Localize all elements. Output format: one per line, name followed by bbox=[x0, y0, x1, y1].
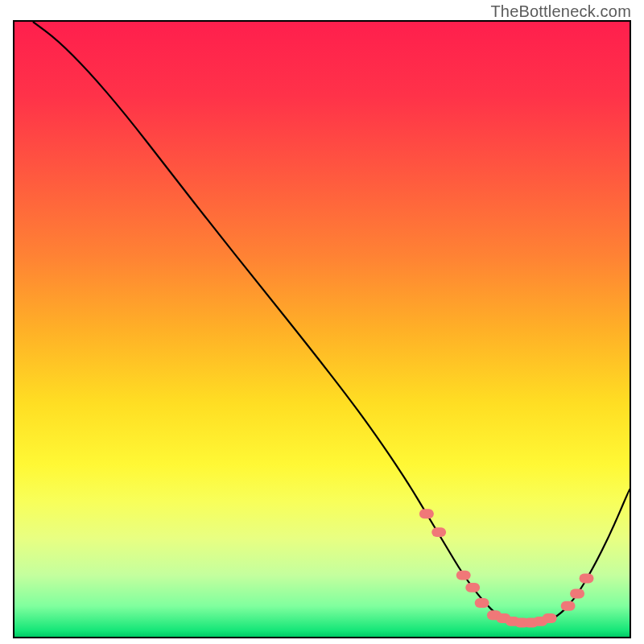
watermark-text: TheBottleneck.com bbox=[490, 2, 631, 21]
svg-rect-0 bbox=[14, 22, 630, 637]
gradient-background bbox=[14, 22, 630, 637]
plot-area bbox=[13, 20, 631, 638]
chart-container: TheBottleneck.com bbox=[0, 0, 644, 644]
